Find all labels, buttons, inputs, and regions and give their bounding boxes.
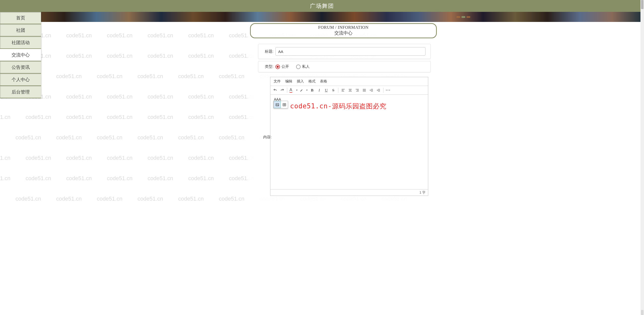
italic-button[interactable]: I	[316, 87, 323, 93]
section-title: FORUM / INFORMATION 交流中心	[250, 23, 437, 38]
sidebar-item-admin[interactable]: 后台管理	[0, 86, 41, 98]
title-input[interactable]	[275, 47, 425, 56]
radio-label: 私人	[302, 64, 310, 69]
undo-button[interactable]	[272, 87, 278, 93]
sidebar-item-home[interactable]: 首页	[0, 12, 41, 24]
type-row: 类型: 公开 私人	[258, 61, 431, 72]
title-label: 标题:	[261, 49, 273, 54]
dot-1[interactable]	[456, 16, 460, 18]
separator	[287, 88, 287, 93]
separator	[383, 88, 383, 93]
more-button[interactable]: ···	[385, 87, 391, 93]
editor-menubar: 文件 编辑 插入 格式 表格	[270, 77, 428, 86]
insert-table-button[interactable]	[281, 101, 288, 108]
sidebar-item-forum[interactable]: 交流中心	[0, 49, 41, 61]
sidebar-item-personal[interactable]: 个人中心	[0, 74, 41, 86]
radio-private[interactable]: 私人	[296, 64, 310, 69]
sidebar-label: 后台管理	[12, 89, 30, 95]
section-title-cn: 交流中心	[251, 30, 436, 36]
carousel-dots[interactable]	[456, 16, 470, 18]
dot-3[interactable]	[467, 16, 470, 18]
align-center-button[interactable]	[347, 87, 353, 93]
menu-edit[interactable]: 编辑	[283, 78, 295, 85]
editor-content: AAA	[274, 97, 424, 101]
outdent-button[interactable]	[368, 87, 375, 93]
editor-toolbar: A B I U S ···	[270, 86, 428, 95]
app-header: 广场舞团	[0, 0, 644, 12]
sidebar-label: 社团	[16, 27, 25, 33]
menu-file[interactable]: 文件	[271, 78, 283, 85]
sidebar-label: 首页	[16, 15, 25, 21]
app-title: 广场舞团	[310, 2, 334, 10]
redo-button[interactable]	[279, 87, 285, 93]
separator	[338, 88, 338, 93]
caret-down-icon	[296, 90, 298, 91]
sidebar-nav: 首页 社团 社团活动 交流中心 公告资讯 个人中心 后台管理	[0, 12, 41, 98]
radio-icon	[275, 65, 280, 69]
align-justify-button[interactable]	[361, 87, 368, 93]
title-row: 标题:	[258, 44, 431, 59]
text-color-button[interactable]: A	[289, 87, 298, 93]
align-left-button[interactable]	[340, 87, 346, 93]
sidebar-item-news[interactable]: 公告资讯	[0, 61, 41, 74]
rich-editor: 文件 编辑 插入 格式 表格 A B I U	[270, 77, 428, 196]
underline-button[interactable]: U	[323, 87, 330, 93]
word-count: 1 字	[419, 190, 425, 195]
type-radio-group: 公开 私人	[275, 64, 310, 69]
indent-button[interactable]	[375, 87, 382, 93]
radio-label: 公开	[281, 64, 289, 69]
menu-table[interactable]: 表格	[318, 78, 329, 85]
align-right-button[interactable]	[354, 87, 361, 93]
section-title-en: FORUM / INFORMATION	[251, 25, 436, 30]
content-label: 内容:	[259, 135, 272, 140]
editor-statusbar: 1 字	[270, 189, 428, 196]
sidebar-item-club[interactable]: 社团	[0, 24, 41, 37]
menu-insert[interactable]: 插入	[295, 78, 306, 85]
scrollbar[interactable]	[640, 0, 644, 201]
watermark-overlay-text: code51.cn-源码乐园盗图必究	[290, 102, 386, 111]
scroll-thumb[interactable]	[641, 0, 643, 9]
insert-popup	[273, 101, 288, 108]
caret-down-icon	[306, 90, 308, 91]
radio-icon	[296, 65, 301, 69]
menu-format[interactable]: 格式	[306, 78, 318, 85]
editor-body[interactable]: AAA code51.cn-源码乐园盗图必究	[270, 95, 428, 189]
dot-2[interactable]	[461, 16, 465, 18]
sidebar-item-activity[interactable]: 社团活动	[0, 37, 41, 49]
sidebar-label: 社团活动	[12, 40, 30, 46]
sidebar-label: 交流中心	[12, 52, 30, 58]
editor-wrap: 文件 编辑 插入 格式 表格 A B I U	[270, 77, 428, 196]
strike-button[interactable]: S	[330, 87, 337, 93]
banner-strip	[0, 12, 644, 22]
type-label: 类型:	[261, 64, 273, 69]
forum-panel: FORUM / INFORMATION 交流中心 标题: 类型: 公开 私人 内…	[248, 22, 439, 201]
highlight-button[interactable]	[299, 87, 308, 93]
bold-button[interactable]: B	[309, 87, 315, 93]
sidebar-label: 个人中心	[12, 77, 30, 83]
insert-image-button[interactable]	[274, 101, 281, 108]
sidebar-label: 公告资讯	[12, 64, 30, 70]
radio-public[interactable]: 公开	[275, 64, 289, 69]
